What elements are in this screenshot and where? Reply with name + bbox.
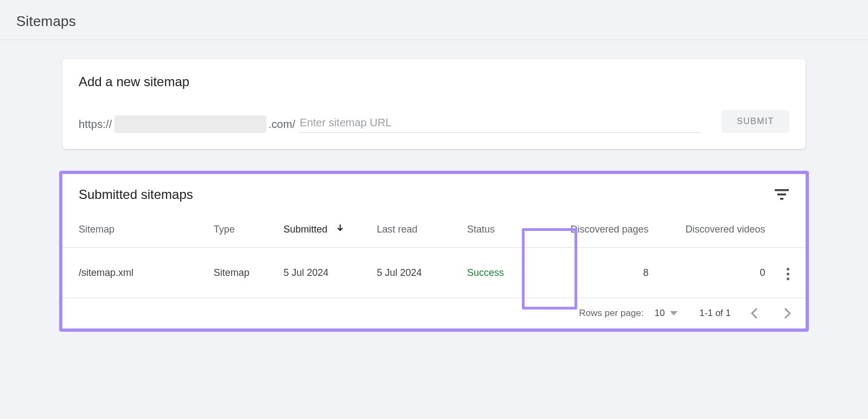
col-header-type[interactable]: Type <box>208 218 278 248</box>
page-header: Sitemaps <box>0 0 868 40</box>
pagination-range: 1-1 of 1 <box>699 308 731 319</box>
pagination-bar: Rows per page: 10 1-1 of 1 <box>62 298 806 328</box>
arrow-down-icon <box>336 224 344 233</box>
submit-button[interactable]: SUBMIT <box>722 110 789 133</box>
cell-submitted: 5 Jul 2024 <box>278 248 372 298</box>
add-sitemap-title: Add a new sitemap <box>79 74 789 89</box>
col-header-actions <box>770 218 806 248</box>
filter-icon[interactable] <box>774 187 789 202</box>
col-header-discovered-pages[interactable]: Discovered pages <box>538 218 654 248</box>
table-header-row: Sitemap Type Submitted Last read <box>62 218 806 248</box>
col-header-submitted-label: Submitted <box>284 224 328 235</box>
col-header-status[interactable]: Status <box>462 218 538 248</box>
col-header-last-read[interactable]: Last read <box>371 218 462 248</box>
add-sitemap-card: Add a new sitemap https:// .com/ SUBMIT <box>62 59 806 149</box>
col-header-submitted[interactable]: Submitted <box>278 218 372 248</box>
url-prefix-suffix: .com/ <box>269 118 296 131</box>
cell-status: Success <box>462 248 538 298</box>
url-prefix: https:// .com/ <box>79 115 296 133</box>
rows-per-page-select[interactable]: 10 <box>654 308 678 319</box>
cell-sitemap: /sitemap.xml <box>62 248 208 298</box>
svg-rect-0 <box>775 189 789 191</box>
submitted-sitemaps-card: Submitted sitemaps <box>62 174 806 328</box>
cell-last-read: 5 Jul 2024 <box>371 248 462 298</box>
row-actions-menu-icon[interactable] <box>783 265 793 283</box>
prev-page-button[interactable] <box>751 308 762 319</box>
url-prefix-scheme: https:// <box>79 118 112 131</box>
cell-discovered-pages: 8 <box>538 248 654 298</box>
sitemap-url-input[interactable] <box>299 114 700 133</box>
svg-rect-2 <box>780 198 783 200</box>
col-header-discovered-videos[interactable]: Discovered videos <box>654 218 771 248</box>
cell-discovered-videos: 0 <box>654 248 771 298</box>
page-title: Sitemaps <box>16 13 852 30</box>
caret-down-icon <box>670 311 678 315</box>
sitemaps-table: Sitemap Type Submitted Last read <box>62 218 806 298</box>
rows-per-page-label: Rows per page: <box>579 308 643 319</box>
status-success-label: Success <box>467 267 504 278</box>
rows-per-page-value: 10 <box>654 308 665 319</box>
next-page-button[interactable] <box>780 308 791 319</box>
svg-rect-1 <box>777 194 786 196</box>
url-prefix-domain-redacted <box>114 115 266 133</box>
submitted-sitemaps-title: Submitted sitemaps <box>79 187 193 202</box>
table-row[interactable]: /sitemap.xml Sitemap 5 Jul 2024 5 Jul 20… <box>62 248 806 298</box>
submitted-sitemaps-highlight: Submitted sitemaps <box>59 171 809 332</box>
cell-type: Sitemap <box>208 248 278 298</box>
col-header-sitemap[interactable]: Sitemap <box>62 218 208 248</box>
